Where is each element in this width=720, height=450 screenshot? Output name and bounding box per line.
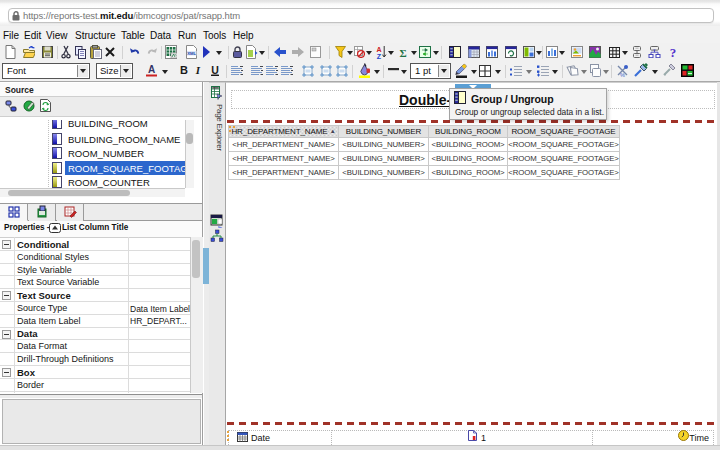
svg-text:?: ? <box>670 45 677 60</box>
svg-text:Z: Z <box>377 53 382 60</box>
svg-text:A: A <box>376 46 381 53</box>
svg-text:I: I <box>195 64 201 76</box>
svg-text:U: U <box>211 64 219 76</box>
svg-text:B: B <box>180 64 188 76</box>
svg-text:Σ: Σ <box>399 47 406 59</box>
svg-text:XML: XML <box>187 51 196 56</box>
svg-text:%: % <box>620 72 625 78</box>
svg-text:A: A <box>148 64 155 75</box>
